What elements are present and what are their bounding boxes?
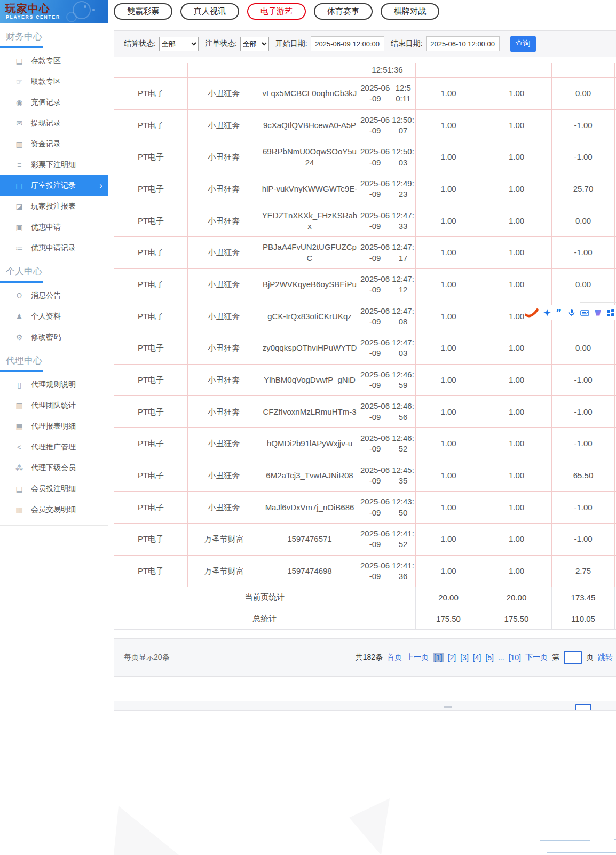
search-button[interactable]: 查询 xyxy=(510,36,536,52)
sidebar-item-hall-bet-record[interactable]: ▤厅室投注记录› xyxy=(0,175,108,196)
game-name-cell: 小丑狂奔 xyxy=(188,269,260,300)
tab-board-games[interactable]: 棋牌对战 xyxy=(381,3,439,20)
tab-live-video[interactable]: 真人视讯 xyxy=(180,3,239,20)
settle-status-label: 结算状态: xyxy=(124,39,156,49)
sidebar-item-label: 代理推广管理 xyxy=(31,442,76,452)
valid-bet-cell: 1.00 xyxy=(481,460,552,492)
sidebar-item-recharge-record[interactable]: ◉充值记录 xyxy=(0,92,108,113)
summary-payout-total: 173.45 xyxy=(552,587,615,608)
next-page-link[interactable]: 下一页 xyxy=(525,653,548,662)
sidebar-item-agent-team-stats[interactable]: ▦代理团队统计 xyxy=(0,395,108,416)
first-page-link[interactable]: 首页 xyxy=(387,653,402,662)
sidebar-item-promo-apply[interactable]: ▣优惠申请 xyxy=(0,217,108,238)
table-row: PT电子小丑狂奔hlP-vukVnyKWWGWTc9E-2025-06-0912… xyxy=(114,173,616,205)
settle-status-select[interactable]: 全部 xyxy=(159,37,199,51)
game-name-cell: 小丑狂奔 xyxy=(188,205,260,237)
provider-cell: PT电子 xyxy=(114,300,188,332)
sidebar-item-label: 优惠申请记录 xyxy=(31,243,76,253)
valid-bet-cell: 1.00 xyxy=(481,428,552,460)
tab-lottery[interactable]: 雙赢彩票 xyxy=(114,3,172,20)
valid-bet-cell: 1.00 xyxy=(481,365,552,396)
order-status-select[interactable]: 全部 xyxy=(240,37,269,51)
valid-bet-cell: 1.00 xyxy=(481,237,552,268)
microphone-icon[interactable] xyxy=(567,308,576,317)
plane-icon[interactable] xyxy=(543,308,551,317)
jump-pre-label: 第 xyxy=(552,653,559,662)
sidebar-item-withdraw-record[interactable]: ✉提现记录 xyxy=(0,113,108,133)
valid-bet-cell: 1.00 xyxy=(481,205,552,237)
time-cell: 2025-06-0912:49:23 xyxy=(359,173,416,205)
translate-icon[interactable] xyxy=(594,308,602,317)
provider-cell: PT电子 xyxy=(114,524,188,555)
page-link-3[interactable]: [3] xyxy=(460,653,469,662)
ime-toolbar: ” xyxy=(525,305,616,320)
last-page-link[interactable]: [10] xyxy=(509,653,521,662)
time-cell: 2025-06-0912:47:08 xyxy=(359,300,416,332)
total-bet: 175.50 xyxy=(416,608,481,629)
sidebar-item-lottery-bet-detail[interactable]: ≡彩票下注明细 xyxy=(0,154,108,175)
tab-electronic-games[interactable]: 电子游艺 xyxy=(247,3,306,20)
team-stats-icon: ▦ xyxy=(14,401,24,410)
gamepad-decor-dot xyxy=(84,5,86,8)
sidebar-item-funds-record[interactable]: ▥资金记录 xyxy=(0,133,108,154)
sidebar-item-promo-apply-record[interactable]: ≔优惠申请记录 xyxy=(0,238,108,258)
app-title: 玩家中心 xyxy=(5,2,50,16)
page-link-4[interactable]: [4] xyxy=(473,653,481,662)
sidebar-item-profile[interactable]: ♟个人资料 xyxy=(0,306,108,327)
sidebar-item-change-password[interactable]: ⚙修改密码 xyxy=(0,327,108,347)
order-id-cell: 1597474698 xyxy=(260,556,359,588)
order-id-cell: 6M2aTcj3_TvwIAJNiR08 xyxy=(260,460,359,492)
sidebar-item-member-bet-detail[interactable]: ▤会员投注明细 xyxy=(0,478,108,499)
tab-sports[interactable]: 体育赛事 xyxy=(314,3,373,20)
document-icon: ▯ xyxy=(14,381,24,389)
provider-cell: PT电子 xyxy=(114,237,188,268)
sidebar-item-agent-report-detail[interactable]: ▦代理报表明细 xyxy=(0,416,108,437)
game-name-cell: 小丑狂奔 xyxy=(188,78,260,109)
payout-cell: -1.00 xyxy=(552,428,615,460)
start-date-input[interactable] xyxy=(311,36,384,51)
table-row: PT电子小丑狂奔9cXaQtlQVBHcewA0-A5P2025-06-0912… xyxy=(114,110,616,142)
provider-cell: PT电子 xyxy=(114,460,188,492)
order-id-cell: CFZfIvoxnMzLRmuHTm-3 xyxy=(260,396,359,428)
keyboard-icon[interactable] xyxy=(580,308,589,317)
sidebar-item-deposit-zone[interactable]: ▤存款专区 xyxy=(0,50,108,71)
share-icon: < xyxy=(14,443,24,452)
jump-button[interactable]: 跳转 xyxy=(598,653,613,662)
page-link-5[interactable]: [5] xyxy=(485,653,494,662)
payout-cell: 0.00 xyxy=(552,78,615,109)
prev-page-link[interactable]: 上一页 xyxy=(406,653,429,662)
payout-cell: -1.00 xyxy=(552,396,615,428)
time-cell: 2025-06-0912:46:52 xyxy=(359,428,416,460)
table-row: PT电子小丑狂奔zy0qqkspOThviHPuWYTD2025-06-0912… xyxy=(114,332,616,365)
quotes-icon[interactable]: ” xyxy=(556,308,563,317)
apps-grid-icon[interactable] xyxy=(606,308,615,317)
provider-cell: PT电子 xyxy=(114,269,188,300)
time-cell: 2025-06-0912:47:33 xyxy=(359,205,416,237)
main-content: 雙赢彩票真人视讯电子游艺体育赛事棋牌对战 结算状态: 全部 注单状态: 全部 开… xyxy=(114,0,616,855)
page-jump-input[interactable] xyxy=(564,651,582,664)
sidebar-item-agent-rules[interactable]: ▯代理规则说明 xyxy=(0,374,108,395)
ime-logo-swoosh-icon[interactable] xyxy=(525,308,539,318)
payout-cell: -1.00 xyxy=(552,237,615,268)
sidebar-item-label: 个人资料 xyxy=(31,312,61,321)
clipped-jump-input[interactable] xyxy=(575,704,591,711)
sidebar-item-member-transaction-detail[interactable]: ▥会员交易明细 xyxy=(0,499,108,520)
gamepad-decor-icon xyxy=(66,12,77,22)
table-row-partial: 12:51:36 xyxy=(114,63,616,78)
page-link-1[interactable]: [1] xyxy=(433,653,444,662)
sidebar-item-agent-promotion[interactable]: <代理推广管理 xyxy=(0,437,108,457)
provider-cell: PT电子 xyxy=(114,205,188,237)
payout-cell: 0.00 xyxy=(552,269,615,300)
sidebar-item-player-bet-report[interactable]: ◪玩家投注报表 xyxy=(0,196,108,217)
person-icon: ♟ xyxy=(14,312,24,321)
sidebar-item-withdraw-zone[interactable]: ☞取款专区 xyxy=(0,71,108,92)
total-valid: 175.50 xyxy=(481,608,552,629)
order-id-cell: MaJl6vDxVm7j_nOiB686 xyxy=(260,492,359,523)
sidebar-item-message-notice[interactable]: Ω消息公告 xyxy=(0,285,108,306)
end-date-input[interactable] xyxy=(426,36,500,51)
provider-cell: PT电子 xyxy=(114,173,188,205)
provider-cell: PT电子 xyxy=(114,78,188,109)
pagination-controls: 共182条 首页 上一页 [1][2][3][4][5] ... [10] 下一… xyxy=(356,651,613,664)
sidebar-item-agent-sub-members[interactable]: ⁂代理下级会员 xyxy=(0,457,108,478)
page-link-2[interactable]: [2] xyxy=(448,653,456,662)
